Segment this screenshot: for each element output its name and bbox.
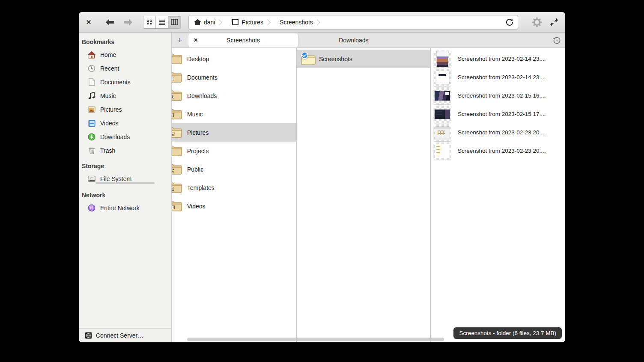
- refresh-icon: [506, 18, 513, 26]
- list-item-music[interactable]: Music: [172, 105, 296, 123]
- sidebar-header-network: Network: [79, 189, 171, 201]
- file-row[interactable]: Screenshot from 2023-02-14 23....: [431, 68, 565, 86]
- tab-screenshots[interactable]: ✕ Screenshots: [188, 33, 298, 47]
- forward-button[interactable]: [121, 15, 135, 30]
- breadcrumb-segment-pictures[interactable]: Pictures: [226, 19, 265, 26]
- history-icon: [553, 36, 561, 45]
- list-view-button[interactable]: [156, 16, 168, 28]
- expand-icon: [550, 18, 558, 26]
- file-thumbnail: [434, 106, 451, 123]
- main-area: + ✕ Screenshots Downloads: [172, 33, 565, 342]
- sidebar-item-videos[interactable]: Videos: [79, 116, 171, 130]
- image-icon: [231, 19, 239, 26]
- sidebar-item-entire-network[interactable]: Entire Network: [79, 201, 171, 215]
- tab-close-icon[interactable]: ✕: [194, 33, 198, 47]
- list-item-public[interactable]: Public: [172, 160, 296, 178]
- breadcrumb-segment-home[interactable]: dani: [189, 19, 217, 26]
- window-close-button[interactable]: ✕: [82, 16, 95, 29]
- file-row[interactable]: Screenshot from 2023-02-14 23....: [431, 50, 565, 68]
- sidebar-item-label: Music: [100, 92, 116, 99]
- list-item-projects[interactable]: Projects: [172, 142, 296, 160]
- new-tab-button[interactable]: +: [172, 33, 188, 47]
- network-icon: [88, 204, 95, 212]
- file-name: Screenshot from 2023-02-23 20....: [458, 148, 546, 154]
- breadcrumb-label: Screenshots: [280, 19, 313, 26]
- list-item-downloads[interactable]: Downloads: [172, 86, 296, 105]
- tab-label: Downloads: [339, 37, 368, 44]
- sidebar-item-file-system[interactable]: File System: [79, 172, 171, 186]
- breadcrumb-segment-screenshots[interactable]: Screenshots: [274, 19, 315, 26]
- column-pictures-contents: Screenshots: [297, 48, 431, 342]
- horizontal-scrollbar[interactable]: [187, 338, 444, 341]
- file-row[interactable]: Screenshot from 2023-02-23 20....: [431, 123, 565, 142]
- folder-icon: [172, 181, 187, 194]
- sidebar-item-documents[interactable]: Documents: [79, 75, 171, 89]
- column-places: Desktop Documents Downloads: [172, 48, 297, 342]
- file-row[interactable]: Screenshot from 2023-02-23 20....: [431, 142, 565, 160]
- downloads-icon: [88, 133, 95, 141]
- restore-tab-button[interactable]: [553, 33, 561, 48]
- list-item-videos[interactable]: Videos: [172, 197, 296, 215]
- sidebar-item-downloads[interactable]: Downloads: [79, 130, 171, 144]
- column-view: Desktop Documents Downloads: [172, 48, 565, 342]
- back-icon: [105, 18, 115, 26]
- sidebar-item-label: File System: [100, 175, 131, 182]
- sidebar-item-label: Recent: [100, 65, 119, 72]
- sidebar-item-home[interactable]: Home: [79, 48, 171, 62]
- disk-usage-bar: [95, 182, 155, 184]
- breadcrumb-label: Pictures: [242, 19, 263, 26]
- list-item-documents[interactable]: Documents: [172, 68, 296, 86]
- file-thumbnail: [434, 50, 451, 68]
- item-label: Videos: [187, 203, 206, 210]
- list-item-desktop[interactable]: Desktop: [172, 50, 296, 68]
- disk-icon: [88, 175, 95, 183]
- file-row[interactable]: Screenshot from 2023-02-15 17....: [431, 105, 565, 123]
- grid-view-icon: [146, 19, 153, 26]
- item-label: Pictures: [187, 129, 209, 136]
- item-label: Public: [187, 166, 203, 173]
- sidebar-item-music[interactable]: Music: [79, 89, 171, 103]
- breadcrumb[interactable]: dani Pictures Screenshots: [188, 15, 518, 30]
- folder-icon: [172, 126, 187, 139]
- sidebar-item-label: Documents: [100, 79, 131, 86]
- column-view-button[interactable]: [168, 16, 181, 28]
- file-name: Screenshot from 2023-02-14 23....: [458, 74, 546, 80]
- connect-server-label: Connect Server…: [96, 332, 143, 339]
- breadcrumb-separator: [316, 17, 323, 28]
- pictures-icon: [88, 106, 95, 113]
- list-item-templates[interactable]: Templates: [172, 178, 296, 197]
- file-thumbnail: [434, 124, 451, 141]
- item-label: Templates: [187, 184, 215, 191]
- list-item-screenshots-selected[interactable]: Screenshots: [297, 50, 430, 68]
- refresh-button[interactable]: [506, 18, 513, 26]
- settings-menu-button[interactable]: [528, 14, 546, 31]
- item-label: Desktop: [187, 56, 209, 62]
- fullscreen-button[interactable]: [546, 14, 563, 31]
- file-thumbnail: [434, 142, 451, 160]
- file-manager-window: ✕: [79, 12, 565, 342]
- home-icon: [88, 51, 95, 59]
- sidebar-item-pictures[interactable]: Pictures: [79, 103, 171, 116]
- connect-server-button[interactable]: Connect Server…: [79, 328, 171, 342]
- videos-icon: [88, 119, 95, 127]
- file-row[interactable]: Screenshot from 2023-02-15 16....: [431, 86, 565, 105]
- file-thumbnail: [434, 87, 451, 104]
- column-screenshots-files: Screenshot from 2023-02-14 23.... Screen…: [431, 48, 565, 342]
- sidebar-item-label: Trash: [100, 147, 115, 154]
- sidebar: Bookmarks Home: [79, 33, 172, 342]
- document-icon: [88, 78, 95, 86]
- folder-icon: [172, 53, 187, 65]
- sidebar-item-trash[interactable]: Trash: [79, 144, 171, 157]
- folder-icon: [172, 108, 187, 121]
- list-item-pictures-selected[interactable]: Pictures: [172, 123, 296, 142]
- selection-check-icon: [301, 53, 308, 59]
- file-name: Screenshot from 2023-02-23 20....: [458, 129, 546, 136]
- file-thumbnail: [434, 69, 451, 86]
- folder-icon: [172, 200, 187, 213]
- back-button[interactable]: [103, 15, 117, 30]
- sidebar-item-recent[interactable]: Recent: [79, 62, 171, 75]
- sidebar-header-storage: Storage: [79, 160, 171, 172]
- grid-view-button[interactable]: [143, 16, 156, 28]
- sidebar-item-label: Downloads: [100, 134, 130, 140]
- tab-downloads[interactable]: Downloads: [298, 33, 409, 47]
